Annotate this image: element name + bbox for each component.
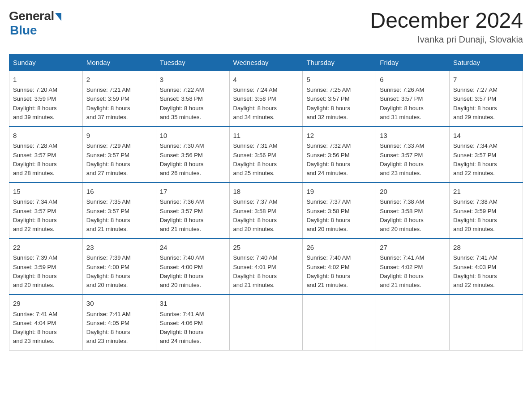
day-info: Sunrise: 7:29 AMSunset: 3:57 PMDaylight:… [86, 142, 131, 176]
day-info: Sunrise: 7:24 AMSunset: 3:58 PMDaylight:… [233, 86, 278, 120]
calendar-week-row: 15Sunrise: 7:34 AMSunset: 3:57 PMDayligh… [9, 183, 523, 239]
day-number: 3 [160, 75, 226, 85]
header-saturday: Saturday [450, 54, 523, 71]
day-number: 9 [86, 131, 152, 141]
calendar-cell: 21Sunrise: 7:38 AMSunset: 3:59 PMDayligh… [450, 183, 523, 239]
calendar-cell: 30Sunrise: 7:41 AMSunset: 4:05 PMDayligh… [82, 295, 156, 351]
day-number: 23 [86, 243, 152, 253]
day-info: Sunrise: 7:28 AMSunset: 3:57 PMDaylight:… [13, 142, 57, 176]
day-info: Sunrise: 7:35 AMSunset: 3:57 PMDaylight:… [86, 198, 131, 232]
day-info: Sunrise: 7:31 AMSunset: 3:56 PMDaylight:… [233, 142, 278, 176]
day-number: 15 [13, 187, 79, 197]
header-tuesday: Tuesday [156, 54, 229, 71]
calendar-title: December 2024 [370, 9, 523, 33]
day-number: 1 [13, 75, 79, 85]
day-info: Sunrise: 7:38 AMSunset: 3:59 PMDaylight:… [453, 198, 498, 232]
calendar-cell [303, 295, 376, 351]
calendar-body: 1Sunrise: 7:20 AMSunset: 3:59 PMDaylight… [9, 71, 523, 350]
day-number: 16 [86, 187, 152, 197]
calendar-cell: 12Sunrise: 7:32 AMSunset: 3:56 PMDayligh… [303, 127, 376, 183]
calendar-cell [229, 295, 303, 351]
day-number: 4 [233, 75, 299, 85]
calendar-cell: 17Sunrise: 7:36 AMSunset: 3:57 PMDayligh… [156, 183, 229, 239]
day-info: Sunrise: 7:39 AMSunset: 4:00 PMDaylight:… [86, 254, 131, 288]
calendar-cell: 31Sunrise: 7:41 AMSunset: 4:06 PMDayligh… [156, 295, 229, 351]
calendar-cell: 1Sunrise: 7:20 AMSunset: 3:59 PMDaylight… [9, 71, 83, 127]
day-number: 18 [233, 187, 299, 197]
logo-arrow-icon [55, 13, 61, 21]
day-info: Sunrise: 7:30 AMSunset: 3:56 PMDaylight:… [160, 142, 204, 176]
calendar-cell: 25Sunrise: 7:40 AMSunset: 4:01 PMDayligh… [229, 239, 303, 295]
calendar-cell: 3Sunrise: 7:22 AMSunset: 3:58 PMDaylight… [156, 71, 229, 127]
day-number: 12 [306, 131, 372, 141]
day-info: Sunrise: 7:21 AMSunset: 3:59 PMDaylight:… [86, 86, 131, 120]
calendar-cell: 29Sunrise: 7:41 AMSunset: 4:04 PMDayligh… [9, 295, 83, 351]
calendar-cell: 27Sunrise: 7:41 AMSunset: 4:02 PMDayligh… [376, 239, 450, 295]
calendar-cell: 9Sunrise: 7:29 AMSunset: 3:57 PMDaylight… [82, 127, 156, 183]
calendar-cell: 13Sunrise: 7:33 AMSunset: 3:57 PMDayligh… [376, 127, 450, 183]
calendar-cell: 15Sunrise: 7:34 AMSunset: 3:57 PMDayligh… [9, 183, 83, 239]
day-info: Sunrise: 7:22 AMSunset: 3:58 PMDaylight:… [160, 86, 204, 120]
title-section: December 2024 Ivanka pri Dunaji, Slovaki… [370, 9, 523, 45]
header-thursday: Thursday [303, 54, 376, 71]
header-wednesday: Wednesday [229, 54, 303, 71]
day-info: Sunrise: 7:34 AMSunset: 3:57 PMDaylight:… [13, 198, 57, 232]
calendar-cell [450, 295, 523, 351]
calendar-cell: 11Sunrise: 7:31 AMSunset: 3:56 PMDayligh… [229, 127, 303, 183]
calendar-week-row: 8Sunrise: 7:28 AMSunset: 3:57 PMDaylight… [9, 127, 523, 183]
day-number: 21 [453, 187, 519, 197]
day-number: 20 [380, 187, 446, 197]
calendar-cell: 23Sunrise: 7:39 AMSunset: 4:00 PMDayligh… [82, 239, 156, 295]
calendar-cell: 22Sunrise: 7:39 AMSunset: 3:59 PMDayligh… [9, 239, 83, 295]
calendar-cell: 4Sunrise: 7:24 AMSunset: 3:58 PMDaylight… [229, 71, 303, 127]
day-info: Sunrise: 7:40 AMSunset: 4:02 PMDaylight:… [306, 254, 351, 288]
calendar-cell: 16Sunrise: 7:35 AMSunset: 3:57 PMDayligh… [82, 183, 156, 239]
day-number: 31 [160, 299, 226, 309]
calendar-cell: 24Sunrise: 7:40 AMSunset: 4:00 PMDayligh… [156, 239, 229, 295]
day-info: Sunrise: 7:41 AMSunset: 4:05 PMDaylight:… [86, 311, 131, 344]
day-number: 2 [86, 75, 152, 85]
day-number: 19 [306, 187, 372, 197]
day-number: 26 [306, 243, 372, 253]
day-info: Sunrise: 7:37 AMSunset: 3:58 PMDaylight:… [233, 198, 278, 232]
page-header: General Blue December 2024 Ivanka pri Du… [9, 9, 523, 45]
day-number: 10 [160, 131, 226, 141]
calendar-cell: 19Sunrise: 7:37 AMSunset: 3:58 PMDayligh… [303, 183, 376, 239]
calendar-cell: 26Sunrise: 7:40 AMSunset: 4:02 PMDayligh… [303, 239, 376, 295]
day-number: 6 [380, 75, 446, 85]
calendar-cell [376, 295, 450, 351]
day-info: Sunrise: 7:37 AMSunset: 3:58 PMDaylight:… [306, 198, 351, 232]
calendar-cell: 28Sunrise: 7:41 AMSunset: 4:03 PMDayligh… [450, 239, 523, 295]
day-number: 13 [380, 131, 446, 141]
day-number: 5 [306, 75, 372, 85]
logo: General Blue [9, 9, 61, 38]
day-info: Sunrise: 7:38 AMSunset: 3:58 PMDaylight:… [380, 198, 424, 232]
day-number: 8 [13, 131, 79, 141]
day-info: Sunrise: 7:25 AMSunset: 3:57 PMDaylight:… [306, 86, 351, 120]
calendar-header: Sunday Monday Tuesday Wednesday Thursday… [9, 54, 523, 71]
day-info: Sunrise: 7:41 AMSunset: 4:03 PMDaylight:… [453, 254, 498, 288]
day-number: 25 [233, 243, 299, 253]
day-info: Sunrise: 7:33 AMSunset: 3:57 PMDaylight:… [380, 142, 424, 176]
day-info: Sunrise: 7:40 AMSunset: 4:00 PMDaylight:… [160, 254, 204, 288]
day-number: 27 [380, 243, 446, 253]
header-sunday: Sunday [9, 54, 83, 71]
header-row: Sunday Monday Tuesday Wednesday Thursday… [9, 54, 523, 71]
calendar-cell: 2Sunrise: 7:21 AMSunset: 3:59 PMDaylight… [82, 71, 156, 127]
day-number: 14 [453, 131, 519, 141]
calendar-week-row: 29Sunrise: 7:41 AMSunset: 4:04 PMDayligh… [9, 295, 523, 351]
day-number: 30 [86, 299, 152, 309]
day-info: Sunrise: 7:39 AMSunset: 3:59 PMDaylight:… [13, 254, 57, 288]
calendar-subtitle: Ivanka pri Dunaji, Slovakia [370, 34, 523, 45]
day-number: 29 [13, 299, 79, 309]
day-info: Sunrise: 7:41 AMSunset: 4:06 PMDaylight:… [160, 311, 204, 344]
calendar-cell: 14Sunrise: 7:34 AMSunset: 3:57 PMDayligh… [450, 127, 523, 183]
day-number: 11 [233, 131, 299, 141]
day-info: Sunrise: 7:40 AMSunset: 4:01 PMDaylight:… [233, 254, 278, 288]
calendar-cell: 5Sunrise: 7:25 AMSunset: 3:57 PMDaylight… [303, 71, 376, 127]
day-number: 28 [453, 243, 519, 253]
day-info: Sunrise: 7:36 AMSunset: 3:57 PMDaylight:… [160, 198, 204, 232]
calendar-table: Sunday Monday Tuesday Wednesday Thursday… [9, 54, 523, 351]
calendar-week-row: 22Sunrise: 7:39 AMSunset: 3:59 PMDayligh… [9, 239, 523, 295]
logo-general-text: General [9, 9, 54, 23]
